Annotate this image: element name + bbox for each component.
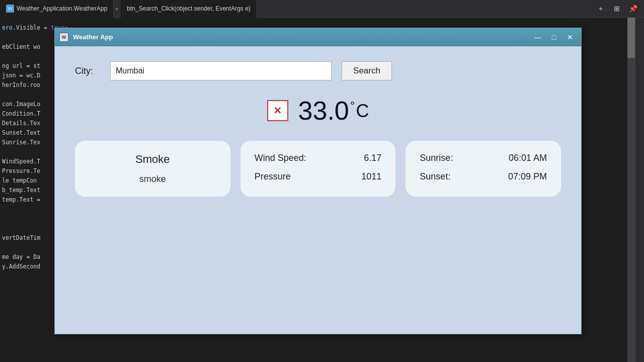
code-line-8 [2,90,53,100]
code-line-20 [2,205,53,214]
pressure-row: Pressure 1011 [255,171,382,182]
code-line-14 [2,147,53,157]
tab-weather-app-label: Weather_Application.WeatherApp [17,5,107,12]
window-maximize-button[interactable]: □ [547,32,561,43]
code-line-7: herInfo.roo [2,80,53,90]
layout-icon[interactable]: ⊞ [610,2,624,16]
window-title: Weather App [73,33,531,41]
search-button[interactable]: Search [342,61,392,80]
code-line-3: ebClient wo [2,42,53,52]
tab-search-click-label: btn_Search_Click(object sender, EventArg… [127,5,250,12]
sunrise-row: Sunrise: 06:01 AM [420,153,547,163]
tab-separator: ▸ [116,5,119,12]
code-line-9: con.ImageLo [2,100,53,109]
pressure-label: Pressure [255,171,291,182]
sunset-value: 07:09 PM [508,171,547,182]
code-line-25: me day = Da [2,252,53,262]
right-toolbar [635,18,644,362]
tab-search-click[interactable]: btn_Search_Click(object sender, EventArg… [121,0,257,18]
code-line-12: Sunset.Text [2,128,53,138]
temp-value: 33.0 [298,96,349,126]
sunrise-label: Sunrise: [420,153,453,163]
weather-icon [267,100,288,121]
code-line-24 [2,243,53,252]
wind-pressure-card: Wind Speed: 6.17 Pressure 1011 [240,141,396,197]
sunrise-value: 06:01 AM [509,153,547,163]
code-line-15: WindSpeed.T [2,157,53,166]
code-line-4 [2,52,53,61]
wind-speed-value: 6.17 [364,153,381,163]
code-line-16: Pressure.Te [2,166,53,176]
search-row: City: Search [75,61,561,80]
code-line-13: Sunrise.Tex [2,138,53,147]
code-line-1: ero.Visible = true; [2,23,53,33]
scroll-track [627,18,635,362]
sun-card: Sunrise: 06:01 AM Sunset: 07:09 PM [406,141,561,197]
window-controls: — □ ✕ [531,32,577,43]
tab-weather-app[interactable]: W Weather_Application.WeatherApp [0,0,114,18]
weather-app-tab-icon: W [6,5,14,13]
window-titlebar: W Weather App — □ ✕ [55,28,581,46]
code-line-5: ng url = st [2,61,53,71]
add-tab-button[interactable]: + [594,2,608,16]
wind-speed-label: Wind Speed: [255,153,306,163]
city-label: City: [75,66,100,76]
window-app-icon: W [59,32,69,42]
ide-code-panel: ero.Visible = true; ebClient wo ng url =… [0,20,55,362]
condition-value: smoke [139,174,166,185]
top-toolbar: W Weather_Application.WeatherApp ▸ btn_S… [0,0,644,18]
code-line-26: y.AddSecond [2,262,53,272]
code-line-18: b_temp.Text [2,186,53,195]
code-line-22 [2,224,53,233]
code-line-11: Details.Tex [2,119,53,128]
temp-unit: C [356,101,369,122]
temperature-display: 33.0 ° C [298,96,369,126]
condition-card: Smoke smoke [75,141,230,197]
temperature-row: 33.0 ° C [75,96,561,126]
code-line-21 [2,214,53,224]
sunset-label: Sunset: [420,171,450,182]
window-close-button[interactable]: ✕ [563,32,577,43]
window-minimize-button[interactable]: — [531,32,545,43]
code-line-2 [2,33,53,42]
window-content: City: Search 33.0 ° C Smoke smoke Wind [55,46,581,334]
scroll-thumb[interactable] [627,18,635,58]
condition-title: Smoke [135,153,170,166]
pin-icon[interactable]: 📌 [626,2,640,16]
city-input[interactable] [110,61,332,80]
code-line-10: Condition.T [2,109,53,119]
pressure-value: 1011 [361,171,381,182]
code-line-17: le tempCon [2,176,53,186]
top-bar-right-icons: + ⊞ 📌 [594,2,644,16]
code-line-6: json = wc.D [2,71,53,80]
temp-degree-symbol: ° [350,99,355,113]
sunset-row: Sunset: 07:09 PM [420,171,547,182]
wind-speed-row: Wind Speed: 6.17 [255,153,382,163]
code-line-19: temp.Text = [2,195,53,205]
code-line-23: vertDateTim [2,233,53,243]
weather-app-window: W Weather App — □ ✕ City: Search 33.0 ° … [54,28,582,334]
cards-row: Smoke smoke Wind Speed: 6.17 Pressure 10… [75,141,561,197]
